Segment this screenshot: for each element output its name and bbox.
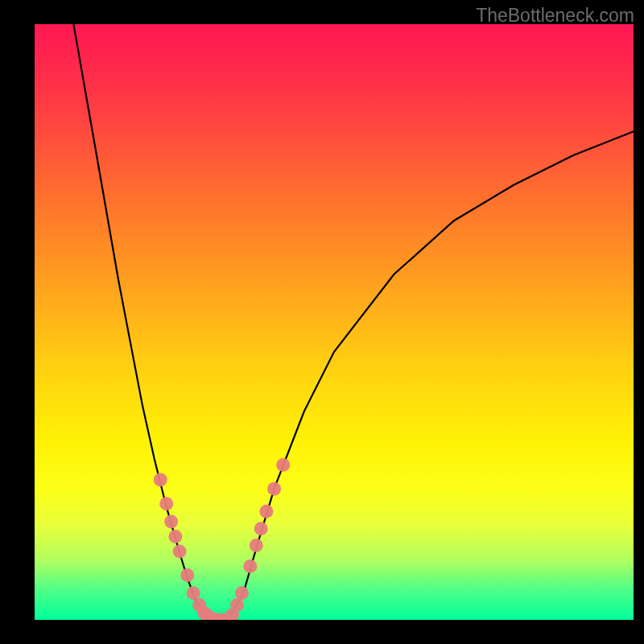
data-point xyxy=(168,530,182,543)
chart-container: TheBottleneck.com xyxy=(0,0,644,644)
chart-svg xyxy=(35,24,634,620)
plot-area xyxy=(35,24,634,620)
data-point xyxy=(235,586,249,600)
data-point xyxy=(254,522,268,535)
data-point xyxy=(267,482,281,496)
data-point xyxy=(173,544,187,558)
watermark: TheBottleneck.com xyxy=(476,5,634,27)
data-point xyxy=(243,559,257,573)
data-point xyxy=(180,568,194,582)
data-point xyxy=(154,473,167,487)
point-group xyxy=(154,458,291,620)
curve-group xyxy=(73,24,634,620)
data-point xyxy=(187,586,200,600)
data-point xyxy=(230,598,244,612)
data-point xyxy=(164,514,178,528)
curve-left-curve xyxy=(73,24,214,620)
data-point xyxy=(259,505,273,518)
data-point xyxy=(159,497,173,510)
data-point xyxy=(250,539,263,552)
data-point xyxy=(276,458,290,472)
curve-right-curve xyxy=(226,131,634,620)
